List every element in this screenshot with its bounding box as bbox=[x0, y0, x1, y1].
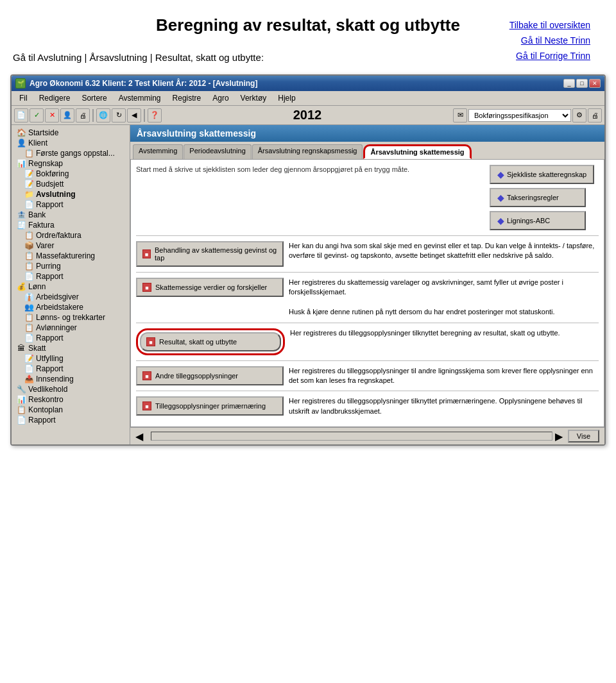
andre-button[interactable]: ■ Andre tilleggsopplysninger bbox=[136, 366, 284, 385]
sidebar-item-rapport3[interactable]: 📄 Rapport bbox=[12, 333, 130, 343]
toolbar-back[interactable]: ◀ bbox=[127, 108, 141, 122]
divider3 bbox=[136, 323, 599, 323]
forrige-link[interactable]: Gå til Forrige Trinn bbox=[509, 49, 590, 64]
kontoplan-icon: 📋 bbox=[17, 405, 26, 414]
sidebar-item-forste[interactable]: 📋 Første gangs oppstal... bbox=[12, 148, 130, 158]
toolbar-print2[interactable]: 🖨 bbox=[588, 108, 602, 122]
toolbar-mail[interactable]: ✉ bbox=[453, 108, 467, 122]
sidebar-item-purring[interactable]: 📋 Purring bbox=[12, 261, 130, 271]
sidebar-item-startside[interactable]: 🏠 Startside bbox=[12, 128, 130, 138]
app-window: 🌱 Agro Økonomi 6.32 Klient: 2 Test Klien… bbox=[10, 74, 606, 446]
tab-avstemming[interactable]: Avstemming bbox=[133, 144, 183, 159]
bank-icon: 🏦 bbox=[17, 210, 26, 219]
intro-text: Start med å skrive ut sjekklisten som le… bbox=[136, 165, 483, 174]
rapport3-icon: 📄 bbox=[24, 333, 33, 342]
skattemessige-button[interactable]: ■ Skattemessige verdier og forskjeller bbox=[136, 278, 284, 297]
sidebar-item-rapport5[interactable]: 📄 Rapport bbox=[12, 415, 130, 425]
vedlikehold-icon: 🔧 bbox=[17, 385, 26, 394]
tab-aarsavslutning-skatt[interactable]: Årsavslutning skattemessig bbox=[363, 144, 471, 159]
menu-registre[interactable]: Registre bbox=[167, 92, 207, 104]
home-icon: 🏠 bbox=[17, 128, 26, 137]
sidebar: 🏠 Startside 👤 Klient 📋 Første gangs opps… bbox=[12, 125, 130, 444]
maximize-button[interactable]: □ bbox=[576, 79, 588, 88]
toolbar-user[interactable]: 👤 bbox=[60, 108, 74, 122]
sidebar-item-reskontro[interactable]: 📊 Reskontro bbox=[12, 394, 130, 405]
lignings-button[interactable]: ◆ Lignings-ABC bbox=[490, 211, 586, 230]
sidebar-item-budsjett[interactable]: 📝 Budsjett bbox=[12, 179, 130, 189]
sidebar-item-rapport4[interactable]: 📄 Rapport bbox=[12, 364, 130, 374]
skattemessige-row: ■ Skattemessige verdier og forskjeller H… bbox=[136, 278, 599, 317]
behandling-row: ■ Behandling av skattemessig gevinst og … bbox=[136, 241, 599, 267]
toolbar-print[interactable]: 🖨 bbox=[76, 108, 90, 122]
sidebar-item-avl[interactable]: 📋 Avlønninger bbox=[12, 323, 130, 333]
vise-button[interactable]: Vise bbox=[568, 430, 599, 443]
menu-agro[interactable]: Agro bbox=[207, 92, 234, 104]
behandling-button[interactable]: ■ Behandling av skattemessig gevinst og … bbox=[136, 241, 284, 267]
sidebar-item-lonn[interactable]: 💰 Lønn bbox=[12, 282, 130, 292]
content-area: Start med å skrive ut sjekklisten som le… bbox=[130, 159, 604, 427]
horizontal-scrollbar[interactable] bbox=[151, 432, 552, 441]
sidebar-item-utfylling[interactable]: 📝 Utfylling bbox=[12, 353, 130, 364]
menu-fil[interactable]: Fil bbox=[14, 92, 33, 104]
sidebar-item-arbeidstakere[interactable]: 👥 Arbeidstakere bbox=[12, 302, 130, 312]
menu-verktoy[interactable]: Verktøy bbox=[235, 92, 272, 104]
menu-redigere[interactable]: Redigere bbox=[34, 92, 76, 104]
sidebar-item-lonns[interactable]: 📋 Lønns- og trekkarter bbox=[12, 312, 130, 323]
sidebar-item-masse[interactable]: 📋 Massefakturering bbox=[12, 251, 130, 261]
sjekkliste-button[interactable]: ◆ Sjekkliste skatteregnskap bbox=[490, 165, 594, 184]
close-button[interactable]: ✕ bbox=[589, 79, 601, 88]
sidebar-item-bokforing[interactable]: 📝 Bokføring bbox=[12, 169, 130, 179]
sidebar-item-kontoplan[interactable]: 📋 Kontoplan bbox=[12, 405, 130, 415]
sidebar-item-arbeidsgiver[interactable]: 👔 Arbeidsgiver bbox=[12, 292, 130, 302]
rapport5-icon: 📄 bbox=[17, 416, 26, 425]
bokforing-icon: 📝 bbox=[24, 169, 33, 178]
menu-sortere[interactable]: Sortere bbox=[76, 92, 112, 104]
skattemessige-btn-icon: ■ bbox=[142, 283, 151, 292]
menu-avstemming[interactable]: Avstemming bbox=[114, 92, 166, 104]
sidebar-item-skatt[interactable]: 🏛 Skatt bbox=[12, 343, 130, 353]
neste-link[interactable]: Gå til Neste Trinn bbox=[509, 33, 590, 49]
avl-icon: 📋 bbox=[24, 323, 33, 332]
sidebar-item-klient[interactable]: 👤 Klient bbox=[12, 138, 130, 148]
forste-icon: 📋 bbox=[24, 149, 33, 158]
scroll-right[interactable]: ▶ bbox=[555, 430, 568, 443]
tillegg-button[interactable]: ■ Tilleggsopplysninger primærnæring bbox=[136, 396, 284, 416]
masse-icon: 📋 bbox=[24, 251, 33, 260]
status-bar: ◀ ▶ Vise bbox=[130, 427, 604, 444]
tab-aarsavslutning-regn[interactable]: Årsavslutning regnskapsmessig bbox=[252, 144, 363, 159]
sidebar-item-vedlikehold[interactable]: 🔧 Vedlikehold bbox=[12, 384, 130, 394]
sidebar-item-varer[interactable]: 📦 Varer bbox=[12, 240, 130, 251]
toolbar-globe[interactable]: 🌐 bbox=[96, 108, 110, 122]
sidebar-item-faktura[interactable]: 🧾 Faktura bbox=[12, 220, 130, 230]
resultat-button[interactable]: ■ Resultat, skatt og utbytte bbox=[140, 332, 281, 351]
tilbake-link[interactable]: Tilbake til oversikten bbox=[509, 18, 590, 33]
sidebar-item-bank[interactable]: 🏦 Bank bbox=[12, 210, 130, 220]
toolbar-new[interactable]: 📄 bbox=[14, 108, 28, 122]
sidebar-item-regnskap[interactable]: 📊 Regnskap bbox=[12, 158, 130, 169]
takseringsregler-button[interactable]: ◆ Takseringsregler bbox=[490, 188, 586, 207]
sidebar-item-avslutning[interactable]: 📁 Avslutning bbox=[12, 189, 130, 199]
top-right-buttons: ◆ Sjekkliste skatteregnskap ◆ Takserings… bbox=[490, 165, 599, 230]
menu-hjelp[interactable]: Hjelp bbox=[273, 92, 300, 104]
toolbar: 📄 ✓ ✕ 👤 🖨 🌐 ↻ ◀ ❓ 2012 ✉ Bokføringsspesi… bbox=[12, 106, 604, 125]
klient-icon: 👤 bbox=[17, 139, 26, 148]
toolbar-year: 2012 bbox=[293, 108, 322, 122]
resultat-row: ■ Resultat, skatt og utbytte Her registr… bbox=[136, 328, 599, 355]
toolbar-cancel[interactable]: ✕ bbox=[45, 108, 59, 122]
toolbar-settings[interactable]: ⚙ bbox=[572, 108, 586, 122]
resultat-desc: Her registreres du tilleggsopplysninger … bbox=[290, 328, 599, 338]
sidebar-item-rapport1[interactable]: 📄 Rapport bbox=[12, 199, 130, 210]
sidebar-item-rapport2[interactable]: 📄 Rapport bbox=[12, 271, 130, 282]
tillegg-btn-icon: ■ bbox=[142, 401, 151, 410]
scroll-left[interactable]: ◀ bbox=[135, 430, 148, 443]
tab-periodeavslutning[interactable]: Periodeavslutning bbox=[184, 144, 251, 159]
tillegg-row: ■ Tilleggsopplysninger primærnæring Her … bbox=[136, 396, 599, 416]
sidebar-item-innsending[interactable]: 📤 Innsending bbox=[12, 374, 130, 384]
toolbar-bokforing-select[interactable]: Bokføringsspesifikasjon bbox=[468, 109, 571, 122]
title-bar-left: 🌱 Agro Økonomi 6.32 Klient: 2 Test Klien… bbox=[15, 78, 257, 89]
toolbar-help[interactable]: ❓ bbox=[148, 108, 162, 122]
toolbar-check[interactable]: ✓ bbox=[30, 108, 44, 122]
sidebar-item-ordre[interactable]: 📋 Ordre/faktura bbox=[12, 230, 130, 240]
minimize-button[interactable]: _ bbox=[563, 79, 575, 88]
toolbar-refresh[interactable]: ↻ bbox=[112, 108, 126, 122]
